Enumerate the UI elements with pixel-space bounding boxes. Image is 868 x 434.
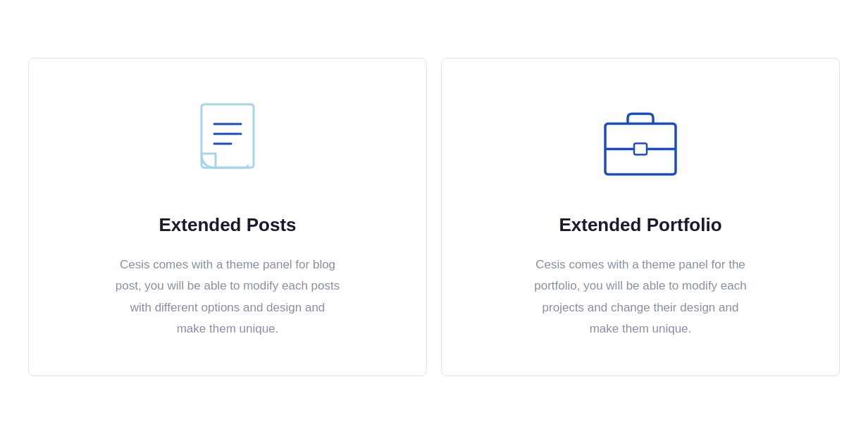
svg-rect-6 (634, 144, 647, 155)
extended-posts-description: Cesis comes with a theme panel for blog … (115, 254, 340, 340)
extended-posts-card: Extended Posts Cesis comes with a theme … (28, 58, 427, 376)
extended-portfolio-card: Extended Portfolio Cesis comes with a th… (441, 58, 840, 376)
cards-container: Extended Posts Cesis comes with a theme … (21, 58, 847, 376)
extended-portfolio-title: Extended Portfolio (559, 213, 721, 237)
briefcase-icon (598, 94, 683, 192)
document-icon (189, 94, 266, 192)
extended-portfolio-description: Cesis comes with a theme panel for the p… (528, 254, 753, 340)
extended-posts-title: Extended Posts (159, 213, 296, 237)
